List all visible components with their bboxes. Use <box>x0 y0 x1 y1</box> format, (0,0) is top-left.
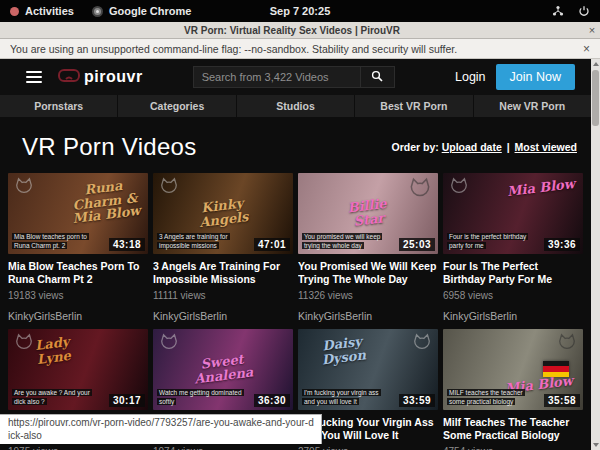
hamburger-menu-icon[interactable] <box>26 71 42 83</box>
tab-close-icon[interactable]: × <box>584 24 600 36</box>
thumbnail-caption: Mia Blow teaches porn to Runa Charm pt. … <box>12 232 98 250</box>
nav-item-pornstars[interactable]: Pornstars <box>0 95 118 117</box>
chrome-app-menu[interactable]: Google Chrome <box>92 5 192 17</box>
video-grid: Runa Charm & Mia Blow Mia Blow teaches p… <box>0 171 591 450</box>
site-nav: Pornstars Categories Studios Best VR Por… <box>0 95 591 117</box>
power-icon[interactable] <box>578 5 590 17</box>
duration-badge: 43:18 <box>109 238 145 251</box>
video-views: 2705 views <box>298 446 438 450</box>
video-card[interactable]: Kinky Angels 3 Angels are training for i… <box>153 173 293 322</box>
video-studio-link[interactable]: KinkyGirlsBerlin <box>298 310 438 322</box>
order-upload-date-link[interactable]: Upload date <box>442 141 502 153</box>
page-scrollbar[interactable] <box>591 59 600 450</box>
video-views: 1974 views <box>153 446 293 450</box>
video-thumbnail[interactable]: Daisy Dyson I'm fucking your virgin ass … <box>298 329 438 410</box>
site-header: pirouvr Login Join Now <box>0 59 591 95</box>
nav-item-studios[interactable]: Studios <box>237 95 355 117</box>
duration-badge: 47:01 <box>254 238 290 251</box>
thumbnail-overlay-name: Mia Blow <box>506 177 575 199</box>
video-title[interactable]: 3 Angels Are Training For Impossible Mis… <box>153 260 293 285</box>
gnome-top-bar: Activities Google Chrome Sep 7 20:25 <box>0 0 600 22</box>
browser-viewport: pirouvr Login Join Now <box>0 59 600 450</box>
search-bar <box>193 66 395 88</box>
thumbnail-caption: Four is the perfect birthday party for m… <box>447 232 533 250</box>
browser-tab-bar: VR Porn: Virtual Reality Sex Videos | Pi… <box>0 22 600 39</box>
page-title: VR Porn Videos <box>22 133 197 161</box>
activities-button[interactable]: Activities <box>10 5 74 17</box>
search-button[interactable] <box>361 66 395 88</box>
page-heading-row: VR Porn Videos Order by: Upload date | M… <box>0 117 591 171</box>
thumbnail-caption: Watch me getting dominated softly <box>157 388 243 406</box>
studio-watermark-icon <box>158 177 180 201</box>
video-title[interactable]: You Promised We Will Keep Trying The Who… <box>298 260 438 285</box>
search-input[interactable] <box>193 66 361 88</box>
chrome-infobar: You are using an unsupported command-lin… <box>0 39 600 59</box>
infobar-close-icon[interactable]: × <box>575 42 590 56</box>
video-card[interactable]: Mia Blow MILF teaches the teacher some p… <box>443 329 583 450</box>
studio-watermark-icon <box>411 333 433 357</box>
video-thumbnail[interactable]: Billie Star You promised we will keep tr… <box>298 173 438 254</box>
activities-label: Activities <box>25 5 74 17</box>
video-thumbnail[interactable]: Runa Charm & Mia Blow Mia Blow teaches p… <box>8 173 148 254</box>
video-thumbnail[interactable]: Mia Blow MILF teaches the teacher some p… <box>443 329 583 410</box>
video-title[interactable]: Four Is The Perfect Birthday Party For M… <box>443 260 583 285</box>
webpage: pirouvr Login Join Now <box>0 59 591 450</box>
video-views: 11326 views <box>298 290 438 301</box>
scrollbar-down-arrow-icon[interactable] <box>591 440 600 450</box>
chrome-app-label: Google Chrome <box>109 5 192 17</box>
duration-badge: 33:59 <box>399 394 435 407</box>
video-studio-link[interactable]: KinkyGirlsBerlin <box>443 310 583 322</box>
studio-watermark-icon <box>556 333 578 357</box>
nav-item-new-vr-porn[interactable]: New VR Porn <box>474 95 591 117</box>
video-thumbnail[interactable]: Mia Blow Four is the perfect birthday pa… <box>443 173 583 254</box>
nav-item-best-vr-porn[interactable]: Best VR Porn <box>355 95 473 117</box>
duration-badge: 35:58 <box>544 394 580 407</box>
screen: Activities Google Chrome Sep 7 20:25 <box>0 0 600 450</box>
video-thumbnail[interactable]: Kinky Angels 3 Angels are training for i… <box>153 173 293 254</box>
thumbnail-caption: Are you awake ? And your dick also ? <box>12 388 98 406</box>
network-icon[interactable] <box>552 5 564 17</box>
video-card[interactable]: Runa Charm & Mia Blow Mia Blow teaches p… <box>8 173 148 322</box>
thumbnail-overlay-name: Daisy Dyson <box>307 333 380 369</box>
video-views: 11111 views <box>153 290 293 301</box>
studio-watermark-icon <box>448 177 470 201</box>
status-url-bubble: https://pirouvr.com/vr-porn-video/779325… <box>0 414 322 444</box>
studio-watermark-icon <box>158 333 180 357</box>
login-link[interactable]: Login <box>455 70 486 84</box>
logo-text: pirouvr <box>84 68 143 86</box>
thumbnail-caption: 3 Angels are training for impossible mis… <box>157 232 243 250</box>
scrollbar-thumb[interactable] <box>592 70 599 126</box>
video-thumbnail[interactable]: Lady Lyne Are you awake ? And your dick … <box>8 329 148 410</box>
site-logo[interactable]: pirouvr <box>58 68 143 86</box>
video-studio-link[interactable]: KinkyGirlsBerlin <box>153 310 293 322</box>
chrome-icon <box>92 6 103 17</box>
video-views: 1975 views <box>8 446 148 450</box>
join-now-button[interactable]: Join Now <box>496 64 575 90</box>
duration-badge: 25:03 <box>399 238 435 251</box>
video-card[interactable]: Billie Star You promised we will keep tr… <box>298 173 438 322</box>
video-thumbnail[interactable]: Sweet Analena Watch me getting dominated… <box>153 329 293 410</box>
order-by-label: Order by: <box>391 141 438 153</box>
order-by: Order by: Upload date | Most viewed <box>391 141 577 153</box>
activities-icon <box>10 7 19 16</box>
tab-title[interactable]: VR Porn: Virtual Reality Sex Videos | Pi… <box>0 25 584 36</box>
scrollbar-up-arrow-icon[interactable] <box>591 59 600 69</box>
infobar-message: You are using an unsupported command-lin… <box>10 43 575 55</box>
studio-watermark-icon <box>13 177 35 201</box>
search-icon <box>371 68 383 86</box>
video-card[interactable]: Mia Blow Four is the perfect birthday pa… <box>443 173 583 322</box>
thumbnail-caption: I'm fucking your virgin ass and you will… <box>302 388 388 406</box>
order-most-viewed-link[interactable]: Most viewed <box>515 141 577 153</box>
thumbnail-overlay-name: Runa Charm & Mia Blow <box>68 177 142 226</box>
thumbnail-caption: You promised we will keep trying the who… <box>302 232 388 250</box>
video-studio-link[interactable]: KinkyGirlsBerlin <box>8 310 148 322</box>
video-title[interactable]: Mia Blow Teaches Porn To Runa Charm Pt 2 <box>8 260 148 285</box>
video-views: 6958 views <box>443 290 583 301</box>
thumbnail-caption: MILF teaches the teacher some practical … <box>447 388 533 406</box>
video-title[interactable]: Milf Teaches The Teacher Some Practical … <box>443 416 583 441</box>
video-views: 19183 views <box>8 290 148 301</box>
nav-item-categories[interactable]: Categories <box>118 95 236 117</box>
duration-badge: 30:17 <box>109 394 145 407</box>
thumbnail-overlay-name: Billie Star <box>332 195 405 231</box>
thumbnail-overlay-name: Kinky Angels <box>187 195 260 231</box>
